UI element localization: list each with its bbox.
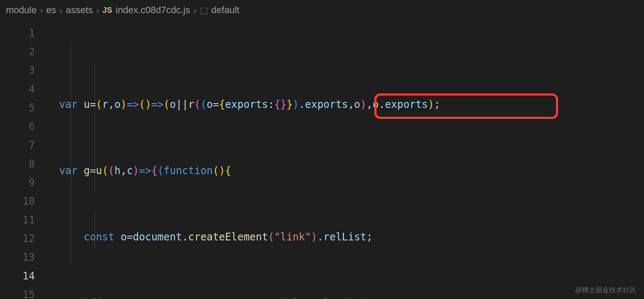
line-number: 2: [0, 42, 35, 61]
chevron-right-icon: ›: [194, 6, 197, 15]
js-file-icon: JS: [103, 6, 112, 15]
chevron-right-icon: ›: [40, 6, 43, 15]
breadcrumb-seg-module[interactable]: module: [6, 5, 37, 16]
line-number: 3: [0, 61, 35, 80]
line-number: 1: [0, 24, 35, 42]
line-number: 5: [0, 99, 35, 117]
chevron-right-icon: ›: [60, 6, 63, 15]
cube-icon: ⬚: [200, 5, 208, 15]
line-number: 15: [0, 285, 35, 299]
code-line[interactable]: if(o&&o.supports&&o.supports("moduleprel…: [47, 294, 644, 299]
line-number: 9: [0, 173, 35, 192]
breadcrumb-seg-assets[interactable]: assets: [66, 5, 93, 16]
line-number: 10: [0, 192, 35, 211]
code-line[interactable]: var g=u((h,c)=>{(function(){: [47, 161, 644, 180]
watermark: @稀土掘金技术社区: [575, 286, 636, 295]
code-area[interactable]: var u=(r,o)=>()=>(o||r((o={exports:{}}).…: [47, 20, 644, 299]
line-number: 7: [0, 136, 35, 155]
line-number: 4: [0, 80, 35, 99]
line-number: 6: [0, 117, 35, 136]
breadcrumb-symbol-label: default: [211, 5, 239, 16]
line-number: 12: [0, 229, 35, 248]
breadcrumb[interactable]: module › es › assets › JS index.c08d7cdc…: [0, 0, 644, 20]
line-number-gutter: 1 2 3 4 5 6 7 8 9 10 11 12 13 14 15: [0, 20, 47, 299]
line-number: 8: [0, 155, 35, 173]
code-line[interactable]: const o=document.createElement("link").r…: [47, 228, 644, 246]
breadcrumb-seg-symbol[interactable]: ⬚ default: [200, 5, 239, 16]
line-number: 14: [0, 267, 35, 285]
breadcrumb-file-label: index.c08d7cdc.js: [116, 5, 190, 16]
code-editor[interactable]: 1 2 3 4 5 6 7 8 9 10 11 12 13 14 15 var …: [0, 20, 644, 299]
line-number: 11: [0, 211, 35, 229]
line-number: 13: [0, 248, 35, 267]
code-line[interactable]: var u=(r,o)=>()=>(o||r((o={exports:{}}).…: [47, 95, 644, 114]
breadcrumb-seg-es[interactable]: es: [46, 5, 56, 16]
breadcrumb-seg-file[interactable]: JS index.c08d7cdc.js: [103, 5, 190, 16]
chevron-right-icon: ›: [96, 6, 99, 15]
